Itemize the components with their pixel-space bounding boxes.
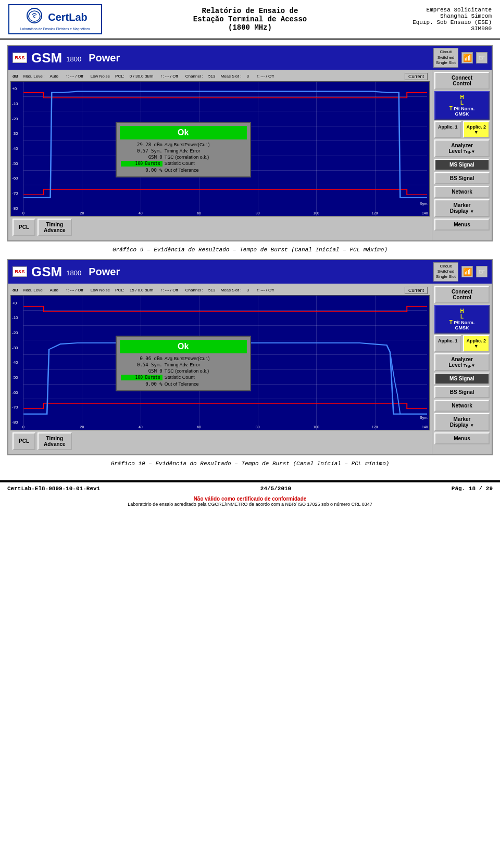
applic1-btn-2[interactable]: Applic. 1 bbox=[434, 335, 461, 352]
result-popup-1: Ok 29.28 dBm Avg.BurstPower(Cur.) 0.57 S… bbox=[116, 122, 251, 177]
caption-1: Gráfico 9 – Evidência do Resultado – Tem… bbox=[7, 247, 493, 253]
connect-control-btn-2[interactable]: ConnectControl bbox=[434, 286, 490, 303]
bs-signal-btn-2[interactable]: BS Signal bbox=[434, 386, 490, 398]
inst-body-1: dB Max. Level: Auto ↑: --- / Off Low Noi… bbox=[8, 70, 492, 240]
sym-label-1: Sym. bbox=[420, 202, 428, 206]
marker-display-btn-1[interactable]: MarkerDisplay ▼ bbox=[434, 199, 490, 217]
popup-row: 0.57 Sym. Timing Adv. Error bbox=[120, 148, 247, 154]
x-label: 60 bbox=[197, 211, 201, 215]
pt-norm-btn-1[interactable]: HLT P/t Norm.GMSK bbox=[434, 91, 490, 120]
meas-label-2: Meas Slot : bbox=[220, 288, 241, 292]
inst-body-2: dB Max. Level: Auto ↑: --- / Off Low Noi… bbox=[8, 284, 492, 454]
x-label: 140 bbox=[422, 425, 428, 429]
popup-row: 0.00 % Out of Tolerance bbox=[120, 167, 247, 173]
popup-ok-2: Ok bbox=[120, 340, 247, 353]
pt-norm-btn-2[interactable]: HLT P/t Norm.GMSK bbox=[434, 305, 490, 334]
connect-control-btn-1[interactable]: ConnectControl bbox=[434, 72, 490, 90]
top-right-1: CircuitSwitchedSingle Slot 📶 ☞ bbox=[433, 48, 488, 67]
header-title: Relatório de Ensaio de Estação Terminal … bbox=[102, 7, 398, 32]
low-noise-1: Low Noise bbox=[91, 74, 110, 79]
inst-bottom-2: PCL Timing Advance bbox=[10, 430, 430, 452]
svg-text:C: C bbox=[33, 15, 36, 18]
circuit-box-1: CircuitSwitchedSingle Slot bbox=[433, 48, 458, 67]
max-level-val-2: Auto bbox=[50, 288, 58, 292]
logo-area: C CertLab Laboratório de Ensaios Elétric… bbox=[8, 4, 102, 34]
signal-icon-1: 📶 bbox=[461, 52, 473, 63]
pcl-label-2: PCL: bbox=[115, 288, 124, 292]
top-right-2: CircuitSwitchedSingle Slot 📶 ☞ bbox=[433, 262, 488, 282]
equip-label: Equip. Sob Ensaio (ESE) bbox=[398, 19, 492, 25]
x-label: 40 bbox=[139, 211, 143, 215]
y-axis-1: +0 -10 -20 -30 -40 -50 -60 -70 -80 bbox=[12, 82, 23, 216]
applic1-btn-1[interactable]: Applic. 1 bbox=[434, 121, 461, 138]
gsm-freq-2: 1800 bbox=[66, 269, 81, 277]
popup-ok-1: Ok bbox=[120, 126, 247, 139]
signal-icon-2: 📶 bbox=[461, 266, 473, 277]
ms-signal-btn-1[interactable]: MS Signal bbox=[434, 159, 490, 171]
touch-icon-1: ☞ bbox=[476, 52, 488, 63]
x-label: 100 bbox=[313, 211, 319, 215]
x-label: 60 bbox=[197, 425, 201, 429]
company-name: Shanghai Simcom bbox=[398, 13, 492, 19]
sym-label-2: Sym. bbox=[420, 416, 428, 419]
caption-2: Gráfico 10 – Evidência do Resultado – Te… bbox=[7, 461, 493, 467]
timing-advance-button-1[interactable]: Timing Advance bbox=[38, 219, 72, 236]
pcl-button-2[interactable]: PCL bbox=[12, 432, 35, 450]
company-label: Empresa Solicitante bbox=[398, 7, 492, 13]
pcl-val-1: 0 / 30.0 dBm bbox=[130, 74, 153, 79]
max-level-label-2: Max. Level: bbox=[23, 288, 45, 292]
channel-val-2: 513 bbox=[208, 288, 215, 292]
pcl-button-1[interactable]: PCL bbox=[12, 219, 35, 236]
current-badge-1: Current bbox=[405, 73, 428, 80]
main-content: R&S GSM 1800 Power CircuitSwitchedSingle… bbox=[0, 40, 500, 478]
x-label: 100 bbox=[313, 425, 319, 429]
meas-val-1: 3 bbox=[246, 74, 248, 79]
menus-btn-2[interactable]: Menus bbox=[434, 432, 490, 444]
menus-btn-1[interactable]: Menus bbox=[434, 219, 490, 231]
popup-row: GSM 0 TSC (correlation o.k.) bbox=[120, 154, 247, 160]
inst-bottom-1: PCL Timing Advance bbox=[10, 216, 430, 238]
low-noise-2: Low Noise bbox=[91, 288, 110, 292]
bs-signal-btn-1[interactable]: BS Signal bbox=[434, 172, 490, 184]
x-label: 140 bbox=[422, 211, 428, 215]
graph-1: +0 -10 -20 -30 -40 -50 -60 -70 -80 bbox=[10, 81, 430, 216]
inst-top-bar-1: R&S GSM 1800 Power CircuitSwitchedSingle… bbox=[8, 46, 492, 69]
footer-bar: CertLab-El8-0899-10-01-Rev1 24/5/2010 Pá… bbox=[0, 481, 500, 495]
rs-logo-1: R&S bbox=[12, 53, 27, 63]
certlab-logo-icon: C bbox=[23, 7, 46, 27]
x-label: 40 bbox=[139, 425, 143, 429]
gsm-label-1: GSM bbox=[31, 50, 62, 66]
timing-advance-button-2[interactable]: Timing Advance bbox=[38, 432, 72, 450]
footer-small: Laboratório de ensaio acreditado pela CG… bbox=[0, 502, 500, 509]
footer-left: CertLab-El8-0899-10-01-Rev1 bbox=[7, 486, 100, 492]
popup-row: 0.00 % Out of Tolerance bbox=[120, 381, 247, 387]
footer-note: Não válido como certificado de conformid… bbox=[0, 496, 500, 502]
title-line1: Relatório de Ensaio de bbox=[102, 7, 398, 15]
title-line3: (1800 MHz) bbox=[102, 23, 398, 32]
x-label: 20 bbox=[80, 425, 84, 429]
footer-center: 24/5/2010 bbox=[260, 486, 291, 492]
inst-top-bar-2: R&S GSM 1800 Power CircuitSwitchedSingle… bbox=[8, 260, 492, 284]
company-info: Empresa Solicitante Shanghai Simcom Equi… bbox=[398, 7, 492, 32]
power-label-2: Power bbox=[89, 266, 120, 278]
title-line2: Estação Terminal de Acesso bbox=[102, 15, 398, 23]
channel-label-2: Channel : bbox=[185, 288, 203, 292]
logo-box: C CertLab Laboratório de Ensaios Elétric… bbox=[8, 4, 102, 34]
applic2-btn-1[interactable]: Applic. 2 ▼ bbox=[463, 121, 490, 138]
popup-row: 29.28 dBm Avg.BurstPower(Cur.) bbox=[120, 142, 247, 148]
info-bar-2: dB Max. Level: Auto ↑: --- / Off Low Noi… bbox=[10, 286, 430, 295]
marker-display-btn-2[interactable]: MarkerDisplay ▼ bbox=[434, 413, 490, 431]
analyzer-level-btn-1[interactable]: AnalyzerLevel Trg.▼ bbox=[434, 139, 490, 157]
network-btn-1[interactable]: Network bbox=[434, 186, 490, 198]
ms-signal-btn-2[interactable]: MS Signal bbox=[434, 373, 490, 385]
network-btn-2[interactable]: Network bbox=[434, 400, 490, 412]
analyzer-level-btn-2[interactable]: AnalyzerLevel Trg.▼ bbox=[434, 353, 490, 371]
db-label-1: dB bbox=[12, 74, 18, 79]
applic2-btn-2[interactable]: Applic. 2 ▼ bbox=[463, 335, 490, 352]
current-badge-2: Current bbox=[405, 287, 428, 294]
result-popup-2: Ok 0.06 dBm Avg.BurstPower(Cur.) 0.54 Sy… bbox=[116, 336, 251, 391]
instrument-panel-2: R&S GSM 1800 Power CircuitSwitchedSingle… bbox=[7, 259, 493, 455]
certlab-name: CertLab bbox=[48, 11, 88, 23]
pcl-label-1: PCL: bbox=[115, 74, 124, 79]
logo-subtitle: Laboratório de Ensaios Elétricos e Magné… bbox=[20, 27, 90, 31]
